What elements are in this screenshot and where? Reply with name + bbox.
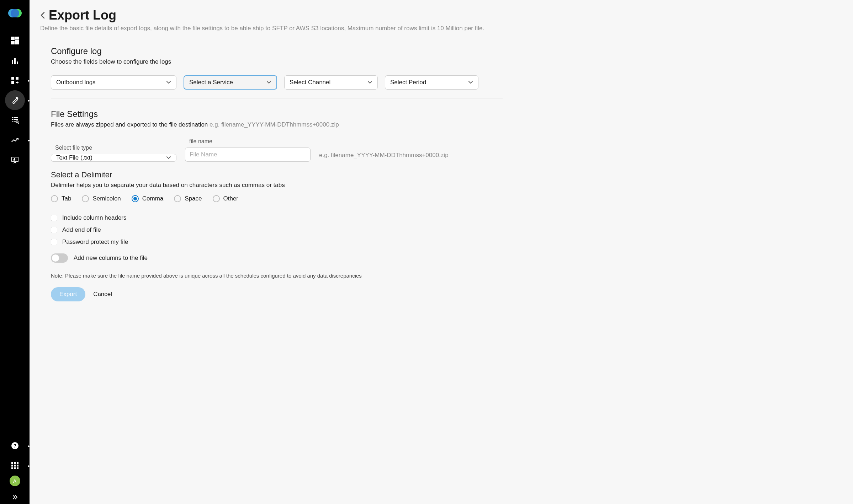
configure-log-title: Configure log [51,46,503,56]
file-settings-desc: Files are always zipped and exported to … [51,121,503,128]
configure-log-desc: Choose the fields below to configure the… [51,58,503,65]
delimiter-radio-tab[interactable]: Tab [51,195,71,202]
file-name-hint: e.g. filename_YYYY-MM-DDThhmmss+0000.zip [319,152,449,162]
chevron-right-icon: ▸ [28,464,30,468]
file-settings-title: File Settings [51,109,503,119]
svg-text:?: ? [13,443,16,449]
checkbox-label: Password protect my file [62,238,128,246]
chevron-down-icon [266,81,271,84]
svg-rect-6 [15,39,19,44]
nav-modules[interactable]: ▸ [5,70,25,90]
page-title: Export Log [49,8,116,23]
trend-up-icon [11,136,19,144]
checkbox-icon [51,239,57,245]
svg-rect-24 [14,467,16,469]
note-text: Note: Please make sure the file name pro… [51,273,503,279]
add-eof-checkbox[interactable]: Add end of file [51,226,503,234]
presentation-icon [11,156,19,164]
nav-logs[interactable] [5,110,25,130]
file-name-input[interactable] [185,148,311,162]
section-divider [51,98,503,98]
chevron-double-right-icon [12,494,18,500]
apps-grid-icon [11,462,18,469]
svg-rect-4 [15,37,19,39]
delimiter-radio-space[interactable]: Space [174,195,202,202]
sidebar-expand-button[interactable] [0,490,30,504]
radio-icon [174,195,181,202]
wrench-icon [11,96,19,104]
log-type-select[interactable]: Outbound logs [51,75,176,90]
radio-label: Semicolon [92,195,121,202]
radio-icon [213,195,220,202]
nav-reports[interactable] [5,150,25,170]
nav-analytics[interactable] [5,50,25,70]
chevron-left-icon [40,11,45,19]
file-name-label: file name [185,138,311,145]
add-columns-toggle[interactable] [51,253,68,263]
back-button[interactable] [40,11,45,19]
chevron-down-icon [367,81,372,84]
user-avatar[interactable]: A [10,476,20,486]
radio-icon [82,195,89,202]
svg-rect-20 [11,465,13,467]
svg-rect-7 [12,60,13,64]
radio-label: Tab [62,195,71,202]
nav-dashboard[interactable] [5,31,25,50]
delimiter-radio-other[interactable]: Other [213,195,239,202]
export-button[interactable]: Export [51,287,85,301]
svg-rect-23 [11,467,13,469]
list-search-icon [11,116,19,124]
delimiter-radio-group: Tab Semicolon Comma Space Other [51,195,503,202]
cancel-button[interactable]: Cancel [90,287,115,301]
bar-chart-icon [11,57,19,64]
svg-rect-25 [17,467,18,469]
chevron-down-icon [166,156,171,160]
page-subtitle: Define the basic file details of export … [40,25,842,32]
radio-label: Other [223,195,239,202]
radio-icon [51,195,58,202]
radio-icon [132,195,139,202]
svg-rect-12 [11,81,14,84]
main-content: Export Log Define the basic file details… [30,0,853,504]
delimiter-title: Select a Delimiter [51,170,503,179]
svg-rect-21 [14,465,16,467]
toggle-label: Add new columns to the file [74,254,148,262]
svg-rect-3 [11,37,15,40]
checkbox-label: Include column headers [62,214,127,221]
svg-rect-19 [17,462,18,464]
file-type-select[interactable]: Text File (.txt) [51,154,176,162]
password-protect-checkbox[interactable]: Password protect my file [51,238,503,246]
svg-rect-9 [17,61,18,64]
chevron-right-icon: ▸ [28,98,30,102]
chevron-right-icon: ▸ [28,444,30,448]
delimiter-radio-semicolon[interactable]: Semicolon [82,195,121,202]
chevron-down-icon [468,81,473,84]
service-select[interactable]: Select a Service [184,75,277,90]
checkbox-icon [51,215,57,221]
nav-tools[interactable]: ▸ [5,90,25,110]
sidebar: ▸ ▸ ▸ ? ▸ [0,0,30,504]
grid-plus-icon [11,77,18,84]
checkbox-label: Add end of file [62,226,101,234]
period-select[interactable]: Select Period [385,75,478,90]
nav-apps[interactable]: ▸ [5,456,25,476]
nav-help[interactable]: ? ▸ [5,436,25,456]
period-value: Select Period [390,79,426,86]
file-type-value: Text File (.txt) [56,154,92,161]
radio-label: Comma [142,195,164,202]
nav-trends[interactable]: ▸ [5,130,25,150]
log-type-value: Outbound logs [56,79,96,86]
svg-rect-18 [14,462,16,464]
channel-select[interactable]: Select Channel [284,75,378,90]
svg-rect-8 [14,58,16,64]
channel-value: Select Channel [290,79,330,86]
service-value: Select a Service [189,79,233,86]
svg-rect-11 [16,77,18,80]
include-headers-checkbox[interactable]: Include column headers [51,214,503,221]
delimiter-radio-comma[interactable]: Comma [132,195,164,202]
toggle-knob-icon [52,254,59,262]
help-icon: ? [11,442,19,450]
file-type-label: Select file type [51,145,176,151]
svg-rect-22 [17,465,18,467]
svg-rect-10 [11,77,14,80]
